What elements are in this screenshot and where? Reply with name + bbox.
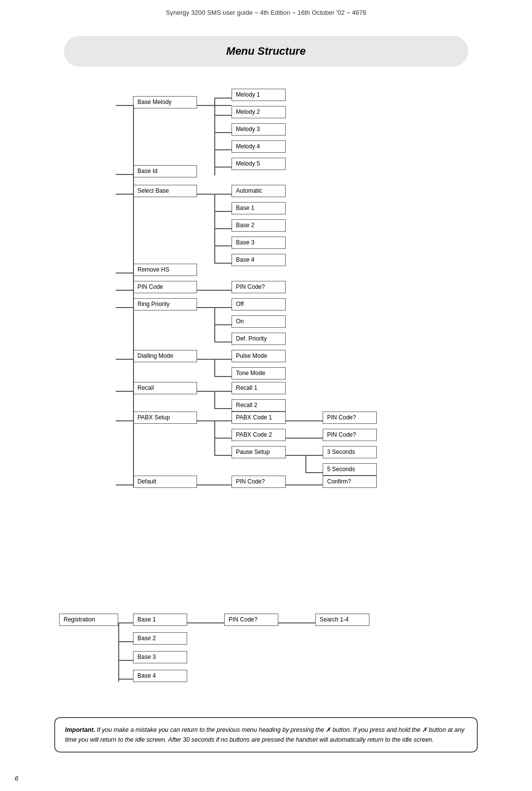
page-number: 6 <box>15 775 18 782</box>
box-recall1: Recall 1 <box>232 382 286 394</box>
box-pin-code-q4: PIN Code? <box>232 476 286 488</box>
box-recall: Recall <box>133 382 197 394</box>
box-confirm: Confirm? <box>323 476 377 488</box>
box-five-seconds: 5 Seconds <box>323 463 377 476</box>
box-reg-base3: Base 3 <box>133 651 187 663</box>
box-pin-code-q3: PIN Code? <box>323 429 377 441</box>
box-select-base: Select Base <box>133 185 197 197</box>
page-header: Synergy 3200 SMS user guide ~ 4th Editio… <box>0 0 532 21</box>
box-three-seconds: 3 Seconds <box>323 446 377 458</box>
box-reg-pin: PIN Code? <box>224 614 278 626</box>
menu-structure-banner: Menu Structure <box>64 36 468 67</box>
box-base-id: Base Id <box>133 165 197 177</box>
important-box: Important. If you make a mistake you can… <box>54 717 478 753</box>
box-base3: Base 3 <box>232 237 286 249</box>
box-melody3: Melody 3 <box>232 123 286 136</box>
box-melody5: Melody 5 <box>232 158 286 170</box>
box-reg-base4: Base 4 <box>133 670 187 682</box>
box-pabx-code1: PABX Code 1 <box>232 412 286 424</box>
box-pabx-code2: PABX Code 2 <box>232 429 286 441</box>
diagram-area: Base Melody Base Id Select Base Remove H… <box>44 81 488 599</box>
box-pin-code-q1: PIN Code? <box>232 281 286 293</box>
box-pulse-mode: Pulse Mode <box>232 350 286 362</box>
box-melody1: Melody 1 <box>232 89 286 101</box>
box-registration: Registration <box>59 614 118 626</box>
box-reg-base1: Base 1 <box>133 614 187 626</box>
box-recall2: Recall 2 <box>232 399 286 412</box>
header-title: Synergy 3200 SMS user guide ~ 4th Editio… <box>166 9 366 16</box>
box-reg-base2: Base 2 <box>133 632 187 645</box>
box-automatic: Automatic <box>232 185 286 197</box>
box-dialling-mode: Dialling Mode <box>133 350 197 362</box>
important-bold: Important. <box>65 726 95 733</box>
box-base4: Base 4 <box>232 254 286 266</box>
box-default: Default <box>133 476 197 488</box>
box-base1: Base 1 <box>232 202 286 214</box>
box-pabx-setup: PABX Setup <box>133 412 197 424</box>
box-off: Off <box>232 298 286 310</box>
box-search-14: Search 1-4 <box>315 614 369 626</box>
important-text: If you make a mistake you can return to … <box>65 726 465 743</box>
registration-area: Registration Base 1 Base 2 Base 3 Base 4… <box>44 599 488 702</box>
box-melody4: Melody 4 <box>232 140 286 153</box>
box-on: On <box>232 315 286 328</box>
box-pause-setup: Pause Setup <box>232 446 286 458</box>
box-base-melody: Base Melody <box>133 96 197 108</box>
box-ring-priority: Ring Priority <box>133 298 197 310</box>
banner-label: Menu Structure <box>226 45 305 57</box>
box-base2: Base 2 <box>232 219 286 232</box>
box-def-priority: Def. Priority <box>232 333 286 345</box>
box-melody2: Melody 2 <box>232 106 286 118</box>
box-remove-hs: Remove HS <box>133 264 197 276</box>
box-pin-code-q2: PIN Code? <box>323 412 377 424</box>
box-pin-code: PIN Code <box>133 281 197 293</box>
box-tone-mode: Tone Mode <box>232 367 286 379</box>
